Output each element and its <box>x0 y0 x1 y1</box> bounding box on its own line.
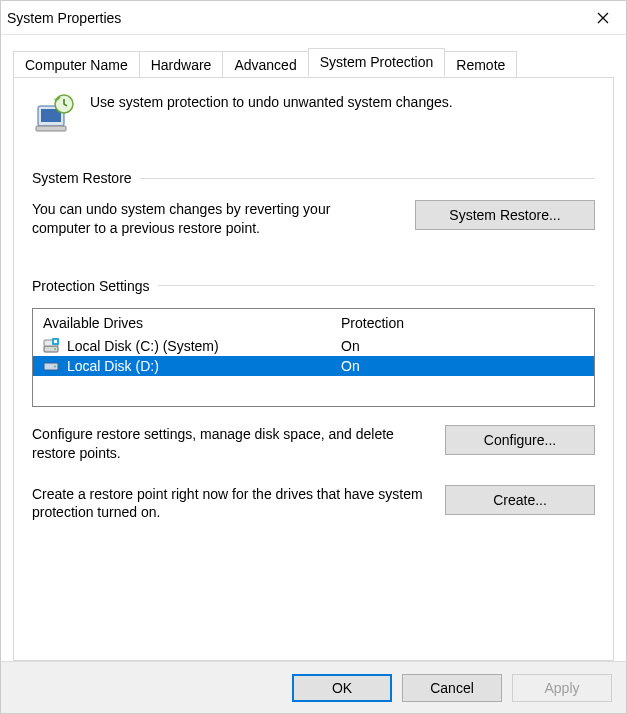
system-properties-window: System Properties Computer Name Hardware… <box>0 0 627 714</box>
divider <box>140 178 595 179</box>
drive-icon <box>43 358 61 374</box>
drive-name: Local Disk (D:) <box>67 358 341 374</box>
column-header-protection[interactable]: Protection <box>341 315 584 331</box>
configure-row: Configure restore settings, manage disk … <box>32 425 595 463</box>
dialog-footer: OK Cancel Apply <box>1 661 626 713</box>
drive-row[interactable]: Local Disk (D:) On <box>33 356 594 376</box>
tab-computer-name[interactable]: Computer Name <box>13 51 140 78</box>
drive-system-icon <box>43 338 61 354</box>
system-restore-text: You can undo system changes by reverting… <box>32 200 385 238</box>
close-button[interactable] <box>580 1 626 35</box>
intro-text: Use system protection to undo unwanted s… <box>90 92 453 110</box>
group-system-restore-label: System Restore <box>32 170 595 186</box>
create-text: Create a restore point right now for the… <box>32 485 423 523</box>
close-icon <box>597 12 609 24</box>
svg-point-7 <box>54 348 56 350</box>
window-title: System Properties <box>7 10 121 26</box>
intro-row: Use system protection to undo unwanted s… <box>32 92 595 136</box>
system-restore-button[interactable]: System Restore... <box>415 200 595 230</box>
tab-system-protection[interactable]: System Protection <box>308 48 446 77</box>
create-row: Create a restore point right now for the… <box>32 485 595 523</box>
configure-text: Configure restore settings, manage disk … <box>32 425 423 463</box>
content-area: Computer Name Hardware Advanced System P… <box>1 35 626 661</box>
tab-hardware[interactable]: Hardware <box>139 51 224 78</box>
titlebar: System Properties <box>1 1 626 35</box>
drive-row[interactable]: Local Disk (C:) (System) On <box>33 336 594 356</box>
divider <box>158 285 595 286</box>
drive-table-header: Available Drives Protection <box>33 309 594 336</box>
ok-button[interactable]: OK <box>292 674 392 702</box>
svg-point-11 <box>54 365 56 367</box>
svg-rect-2 <box>36 126 66 131</box>
drive-name: Local Disk (C:) (System) <box>67 338 341 354</box>
apply-button[interactable]: Apply <box>512 674 612 702</box>
group-system-restore-title: System Restore <box>32 170 132 186</box>
tab-advanced[interactable]: Advanced <box>222 51 308 78</box>
system-restore-row: You can undo system changes by reverting… <box>32 200 595 238</box>
group-protection-title: Protection Settings <box>32 278 150 294</box>
group-protection-label: Protection Settings <box>32 278 595 294</box>
drive-protection: On <box>341 358 584 374</box>
cancel-button[interactable]: Cancel <box>402 674 502 702</box>
column-header-drives[interactable]: Available Drives <box>43 315 341 331</box>
tab-remote[interactable]: Remote <box>444 51 517 78</box>
system-protection-icon <box>32 92 76 136</box>
tab-panel-system-protection: Use system protection to undo unwanted s… <box>13 77 614 661</box>
configure-button[interactable]: Configure... <box>445 425 595 455</box>
drive-protection: On <box>341 338 584 354</box>
create-button[interactable]: Create... <box>445 485 595 515</box>
drive-table-body: Local Disk (C:) (System) On Local Disk (… <box>33 336 594 406</box>
drive-table: Available Drives Protection <box>32 308 595 407</box>
svg-rect-9 <box>54 340 57 343</box>
tab-strip: Computer Name Hardware Advanced System P… <box>13 47 614 77</box>
